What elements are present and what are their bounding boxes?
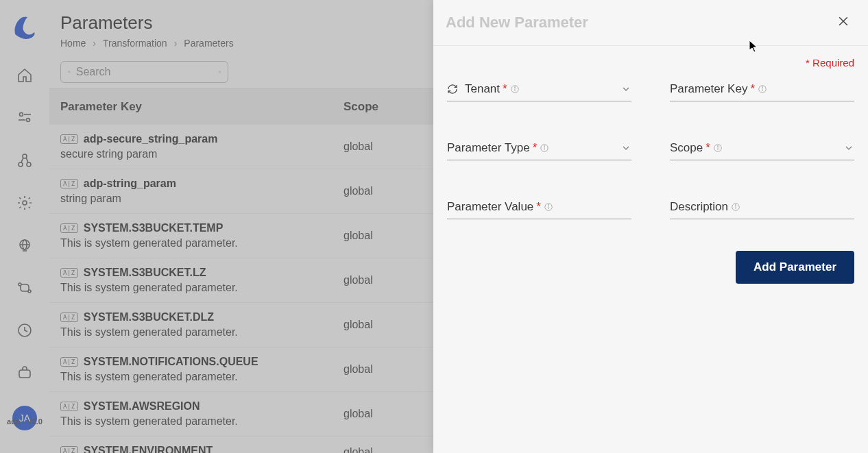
- parameter-type-select[interactable]: Parameter Type *: [447, 140, 631, 160]
- refresh-icon[interactable]: [447, 84, 458, 95]
- add-parameter-button[interactable]: Add Parameter: [736, 251, 854, 284]
- tenant-select[interactable]: Tenant *: [447, 81, 631, 101]
- svg-point-40: [544, 145, 545, 146]
- chevron-down-icon: [620, 84, 631, 95]
- info-icon[interactable]: [540, 143, 549, 153]
- description-input[interactable]: Description: [670, 199, 854, 219]
- add-parameter-panel: Add New Parameter * Required Tenant * Pa…: [433, 0, 868, 453]
- chevron-down-icon: [620, 143, 631, 154]
- info-icon[interactable]: [731, 202, 740, 212]
- panel-title: Add New Parameter: [446, 14, 588, 32]
- description-label: Description: [670, 200, 728, 214]
- scope-label: Scope: [670, 141, 703, 155]
- tenant-label: Tenant: [465, 82, 500, 96]
- svg-point-43: [717, 145, 718, 146]
- svg-point-46: [548, 204, 548, 205]
- info-icon[interactable]: [544, 202, 553, 212]
- close-icon[interactable]: [836, 14, 853, 31]
- parameter-value-label: Parameter Value: [447, 200, 533, 214]
- parameter-value-input[interactable]: Parameter Value *: [447, 199, 631, 219]
- parameter-key-input[interactable]: Parameter Key *: [670, 81, 854, 101]
- svg-point-49: [735, 204, 736, 205]
- required-indicator: * Required: [433, 46, 868, 69]
- svg-point-34: [514, 86, 515, 87]
- parameter-key-label: Parameter Key: [670, 82, 747, 96]
- parameter-type-label: Parameter Type: [447, 141, 530, 155]
- chevron-down-icon: [843, 143, 854, 154]
- info-icon[interactable]: [510, 84, 520, 94]
- svg-point-37: [762, 86, 762, 87]
- info-icon[interactable]: [713, 143, 723, 153]
- scope-select[interactable]: Scope *: [670, 140, 854, 160]
- info-icon[interactable]: [758, 84, 767, 94]
